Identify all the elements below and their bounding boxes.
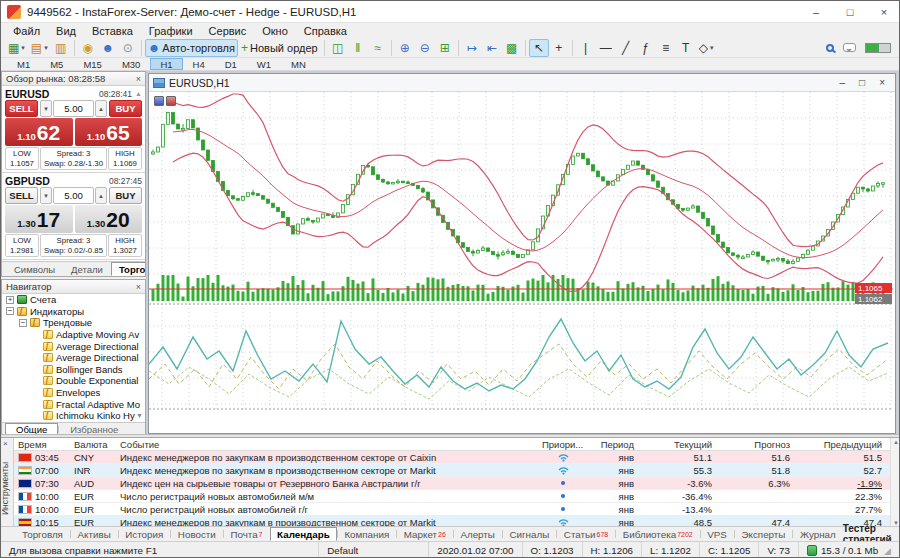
menu-item-Сервис[interactable]: Сервис — [201, 25, 255, 37]
horizontal-line-button[interactable]: — — [596, 39, 616, 57]
market-watch-button[interactable]: ◉ — [78, 39, 98, 57]
calendar-row[interactable]: 10:00EURЧисло регистраций новых автомоби… — [14, 503, 890, 516]
market-watch-close-icon[interactable]: × — [136, 74, 141, 84]
search-icon[interactable] — [826, 44, 834, 52]
new-order-button[interactable]: +Новый ордер — [238, 39, 321, 57]
objects-button[interactable]: ◇▾ — [696, 39, 717, 57]
trade-dialog-button[interactable]: ▥ — [51, 39, 71, 57]
chart-minimize-button[interactable]: – — [840, 77, 846, 88]
chart-shift-button[interactable]: ⇤ — [482, 39, 502, 57]
calendar-header-7[interactable]: Предыдущий — [798, 439, 890, 450]
toolbox-tab-Новости[interactable]: Новости — [171, 527, 223, 541]
ask-price[interactable]: 1.30 20 — [75, 205, 143, 233]
chart-maximize-button[interactable]: □ — [859, 77, 865, 88]
autotrading-button[interactable]: ☻Авто-торговля — [145, 39, 238, 57]
tile-windows-button[interactable]: ⊞ — [435, 39, 455, 57]
market-watch-tab-Символы[interactable]: Символы — [6, 262, 63, 276]
scroll-up-icon[interactable]: ▲ — [135, 90, 142, 97]
toolbox-tab-VPS[interactable]: VPS — [700, 527, 734, 541]
volume-increase-button[interactable]: ▲ — [95, 100, 107, 117]
navigator-close-icon[interactable]: × — [136, 282, 141, 292]
trendline-button[interactable]: ╱ — [616, 39, 636, 57]
bid-price[interactable]: 1.10 62 — [5, 118, 73, 146]
calendar-header-1[interactable]: Валюта — [74, 439, 120, 450]
timeframe-H1[interactable]: H1 — [150, 58, 182, 70]
calendar-row[interactable]: 03:45CNYИндекс менеджеров по закупкам в … — [14, 451, 890, 464]
tree-item-double-exponential[interactable]: Double Exponential — [2, 375, 145, 387]
menu-item-Справка[interactable]: Справка — [296, 25, 355, 37]
volume-decrease-button[interactable]: ▼ — [40, 187, 52, 204]
zoom-in-button[interactable]: ⊕ — [395, 39, 415, 57]
tree-item-трендовые[interactable]: −Трендовые — [2, 317, 145, 329]
calendar-scrollbar[interactable]: ▲ ▼ — [890, 438, 900, 526]
menu-item-Вставка[interactable]: Вставка — [84, 25, 141, 37]
bid-price[interactable]: 1.30 17 — [5, 205, 73, 233]
timeframe-H4[interactable]: H4 — [183, 58, 215, 70]
text-label-button[interactable]: T — [676, 39, 696, 57]
toolbox-tab-Библиотека[interactable]: Библиотека7202 — [616, 527, 700, 541]
collapse-icon[interactable]: − — [19, 319, 27, 327]
timeframe-M5[interactable]: M5 — [40, 58, 73, 70]
sell-button[interactable]: SELL — [5, 187, 38, 204]
scroll-up-icon[interactable]: ▲ — [893, 439, 899, 445]
timeframe-MN[interactable]: MN — [281, 58, 316, 70]
menu-item-Файл[interactable]: Файл — [5, 25, 48, 37]
maximize-button[interactable]: □ — [833, 1, 867, 22]
calendar-row[interactable]: 10:00EURЧисло регистраций новых автомоби… — [14, 490, 890, 503]
toolbox-tab-Активы[interactable]: Активы — [71, 527, 118, 541]
bars-button[interactable]: ‖ — [348, 39, 368, 57]
toolbox-tab-Статьи[interactable]: Статьи678 — [557, 527, 615, 541]
vertical-line-button[interactable]: | — [576, 39, 596, 57]
calendar-header-5[interactable]: Текущий — [642, 439, 720, 450]
market-watch-tab-Торговля[interactable]: Торговля — [111, 262, 146, 276]
status-profile[interactable]: Default — [318, 542, 428, 558]
collapse-icon[interactable]: − — [6, 307, 14, 315]
timeframe-M15[interactable]: M15 — [73, 58, 111, 70]
calendar-header-2[interactable]: Событие — [120, 439, 542, 450]
scroll-down-icon[interactable]: ▼ — [136, 412, 143, 419]
menu-item-Графики[interactable]: Графики — [141, 25, 201, 37]
toolbox-tab-Почта[interactable]: Почта7 — [223, 527, 269, 541]
calendar-header-0[interactable]: Время — [14, 439, 74, 450]
calendar-row[interactable]: 07:00INRИндекс менеджеров по закупкам в … — [14, 464, 890, 477]
signals-button[interactable]: ⊙ — [118, 39, 138, 57]
calendar-header-3[interactable]: Приори... — [542, 439, 584, 450]
price-chart[interactable]: 1.10651.1062 — [149, 92, 895, 433]
one-click-trading-icon[interactable] — [154, 96, 164, 106]
toolbox-tab-Эксперты[interactable]: Эксперты — [735, 527, 793, 541]
volume-field[interactable]: 5.00 — [53, 187, 94, 204]
line-chart-button[interactable]: ≈ — [368, 39, 388, 57]
chart-canvas[interactable]: 1.10651.1062 — [149, 92, 893, 431]
tree-item-bollinger-bands[interactable]: Bollinger Bands — [2, 364, 145, 376]
strategy-tester-label[interactable]: Тестер стратегий — [843, 527, 893, 541]
profiles-button[interactable]: ▤▾ — [28, 39, 51, 57]
toolbox-tab-Календарь[interactable]: Календарь — [270, 527, 337, 541]
cursor-button[interactable]: ↖ — [529, 39, 549, 57]
toolbox-tab-Сигналы[interactable]: Сигналы — [502, 527, 556, 541]
timeframe-M1[interactable]: M1 — [7, 58, 40, 70]
toolbox-tab-Алерты[interactable]: Алерты — [453, 527, 501, 541]
tree-item-adaptive-moving-av[interactable]: Adaptive Moving Av — [2, 329, 145, 341]
depth-of-market-icon[interactable] — [166, 96, 176, 106]
tree-item-average-directional[interactable]: Average Directional — [2, 352, 145, 364]
candlesticks-button[interactable]: ◫ — [328, 39, 348, 57]
tree-item-envelopes[interactable]: Envelopes — [2, 387, 145, 399]
community-chat-icon[interactable] — [843, 43, 856, 52]
menu-item-Окно[interactable]: Окно — [254, 25, 296, 37]
symbol-card-gbpusd[interactable]: GBPUSD 08:27:45 SELL ▼ 5.00 ▲ BUY — [2, 173, 145, 260]
volume-field[interactable]: 5.00 — [53, 100, 94, 117]
tree-item-fractal-adaptive-mo[interactable]: Fractal Adaptive Mo — [2, 398, 145, 410]
timeframe-D1[interactable]: D1 — [215, 58, 247, 70]
chart-close-button[interactable]: × — [879, 77, 885, 88]
expand-icon[interactable]: + — [6, 296, 14, 304]
resize-grip-icon[interactable]: ◢ — [884, 546, 891, 556]
tree-item-average-directional[interactable]: Average Directional — [2, 340, 145, 352]
toolbox-tab-Маркет[interactable]: Маркет26 — [397, 527, 453, 541]
indicator-windows-button[interactable]: ▩ — [502, 39, 522, 57]
chart-window-titlebar[interactable]: EURUSD,H1 – □ × — [149, 74, 895, 92]
close-button[interactable]: × — [867, 1, 900, 22]
navigator-button[interactable]: ☻ — [98, 39, 118, 57]
volume-decrease-button[interactable]: ▼ — [40, 100, 52, 117]
toolbox-tab-История[interactable]: История — [118, 527, 170, 541]
fibonacci-button[interactable]: ƒ — [636, 39, 656, 57]
